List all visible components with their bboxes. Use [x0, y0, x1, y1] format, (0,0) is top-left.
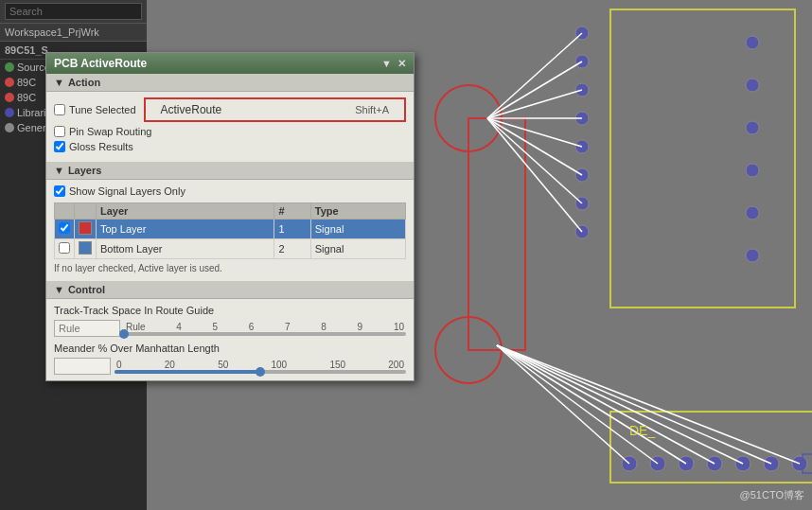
layers-hint-text: If no layer checked, Active layer is use…	[54, 259, 406, 275]
panel-close-button[interactable]: ✕	[397, 58, 406, 70]
layers-table-header-row: Layer # Type	[55, 203, 406, 220]
rule-num-4: 4	[176, 322, 182, 332]
control-section-content: Track-Track Space In Route Guide Rule 4 …	[46, 299, 414, 380]
action-section-content: Tune Selected ActiveRoute Shift+A Pin Sw…	[46, 92, 414, 162]
bottom-layer-color	[79, 241, 92, 255]
meander-slider-thumb[interactable]	[256, 367, 265, 377]
meander-slider-track[interactable]	[115, 370, 406, 374]
source-color-dot	[5, 62, 14, 72]
layers-collapse-icon: ▼	[54, 165, 64, 176]
pin-swap-label: Pin Swap Routing	[69, 126, 151, 137]
layers-section-header: ▼ Layers	[46, 162, 414, 180]
meander-num-0: 0	[116, 360, 122, 370]
gloss-results-label: Gloss Results	[69, 141, 133, 152]
rule-numbers: Rule 4 5 6 7 8 9 10	[124, 322, 406, 332]
top-layer-check[interactable]	[55, 220, 75, 239]
top-layer-type: Signal	[310, 220, 405, 239]
panel-title-text: PCB ActiveRoute	[54, 57, 147, 70]
col-layer-header: Layer	[97, 203, 274, 220]
meander-input[interactable]: 100	[54, 358, 111, 375]
show-signal-label: Show Signal Layers Only	[69, 185, 185, 197]
control-section-header: ▼ Control	[46, 281, 414, 299]
rule-input[interactable]	[54, 320, 120, 337]
sidebar-workspace-label: Workspace1_PrjWrk	[0, 24, 147, 42]
col-type-header: Type	[310, 203, 405, 220]
bottom-layer-row[interactable]: Bottom Layer 2 Signal	[55, 239, 406, 259]
col-color-header	[75, 203, 97, 220]
top-layer-color-cell	[75, 220, 97, 239]
meander-num-20: 20	[165, 360, 175, 370]
tune-selected-checkbox[interactable]	[54, 104, 65, 115]
meander-num-150: 150	[329, 360, 345, 370]
rule-num-rule: Rule	[126, 322, 146, 332]
show-signal-checkbox[interactable]	[54, 185, 65, 197]
libraries-color-dot	[5, 108, 14, 117]
rule-slider-track[interactable]	[124, 332, 406, 336]
activeroute-button[interactable]: ActiveRoute Shift+A	[144, 97, 406, 122]
svg-point-16	[746, 121, 759, 134]
sidebar-item-89c2-label: 89C	[17, 92, 36, 103]
bottom-layer-name: Bottom Layer	[97, 239, 274, 259]
action-section-label: Action	[68, 77, 100, 88]
svg-point-14	[746, 36, 759, 49]
route-guide-label: Track-Track Space In Route Guide	[54, 305, 406, 316]
meander-row: 100 0 20 50 100 150 200	[54, 358, 406, 375]
rule-row: Rule 4 5 6 7 8 9 10	[54, 320, 406, 337]
sidebar-search-area	[0, 0, 147, 24]
rule-slider-container: Rule 4 5 6 7 8 9 10	[124, 322, 406, 336]
layers-section-label: Layers	[68, 165, 101, 176]
svg-point-17	[746, 164, 759, 177]
sidebar-item-89c1-label: 89C	[17, 77, 36, 88]
activeroute-btn-label: ActiveRoute	[161, 103, 222, 116]
show-signal-row: Show Signal Layers Only	[54, 185, 406, 197]
meander-slider-fill	[115, 370, 260, 374]
layers-table: Layer # Type Top Layer 1 Signal	[54, 202, 406, 259]
show-signal-checkbox-label[interactable]: Show Signal Layers Only	[54, 185, 185, 197]
action-row-1: Tune Selected ActiveRoute Shift+A	[54, 97, 406, 122]
top-layer-row[interactable]: Top Layer 1 Signal	[55, 220, 406, 239]
gloss-results-checkbox[interactable]	[54, 141, 65, 152]
panel-header: PCB ActiveRoute ▼ ✕	[46, 53, 414, 74]
svg-text:DE_: DE_	[629, 423, 655, 438]
meander-num-100: 100	[271, 360, 287, 370]
action-row-2: Pin Swap Routing	[54, 126, 406, 137]
action-row-3: Gloss Results	[54, 141, 406, 152]
top-layer-color	[79, 221, 92, 235]
panel-pin-button[interactable]: ▼	[381, 58, 392, 69]
action-collapse-icon: ▼	[54, 77, 64, 88]
bottom-layer-num: 2	[274, 239, 310, 259]
layers-section-content: Show Signal Layers Only Layer # Type	[46, 180, 414, 281]
tune-selected-label: Tune Selected	[69, 104, 136, 115]
pin-swap-checkbox[interactable]	[54, 126, 65, 137]
top-layer-num: 1	[274, 220, 310, 239]
tune-selected-checkbox-label[interactable]: Tune Selected	[54, 104, 136, 115]
control-collapse-icon: ▼	[54, 284, 64, 295]
meander-slider-container: 0 20 50 100 150 200	[115, 360, 406, 374]
general-color-dot	[5, 123, 14, 132]
control-section-label: Control	[68, 284, 105, 295]
pcb-activeroute-panel: PCB ActiveRoute ▼ ✕ ▼ Action Tune Select…	[45, 52, 415, 381]
rule-num-10: 10	[394, 322, 404, 332]
watermark: @51CTO博客	[740, 488, 804, 502]
meander-label: Meander % Over Manhattan Length	[54, 343, 406, 354]
pin-swap-checkbox-label[interactable]: Pin Swap Routing	[54, 126, 151, 137]
col-num-header: #	[274, 203, 310, 220]
top-layer-name: Top Layer	[97, 220, 274, 239]
rule-num-6: 6	[249, 322, 255, 332]
rule-slider-thumb[interactable]	[119, 329, 129, 339]
rule-num-8: 8	[321, 322, 327, 332]
89c1-color-dot	[5, 78, 14, 87]
panel-body: ▼ Action Tune Selected ActiveRoute Shift…	[46, 74, 414, 380]
meander-num-50: 50	[218, 360, 228, 370]
bottom-layer-check[interactable]	[55, 239, 75, 259]
89c2-color-dot	[5, 93, 14, 102]
search-input[interactable]	[5, 3, 142, 20]
rule-num-7: 7	[285, 322, 291, 332]
col-check-header	[55, 203, 75, 220]
svg-point-19	[746, 249, 759, 262]
bottom-layer-type: Signal	[310, 239, 405, 259]
svg-point-18	[746, 206, 759, 220]
panel-header-controls: ▼ ✕	[381, 58, 406, 70]
gloss-results-checkbox-label[interactable]: Gloss Results	[54, 141, 133, 152]
action-section-header: ▼ Action	[46, 74, 414, 92]
